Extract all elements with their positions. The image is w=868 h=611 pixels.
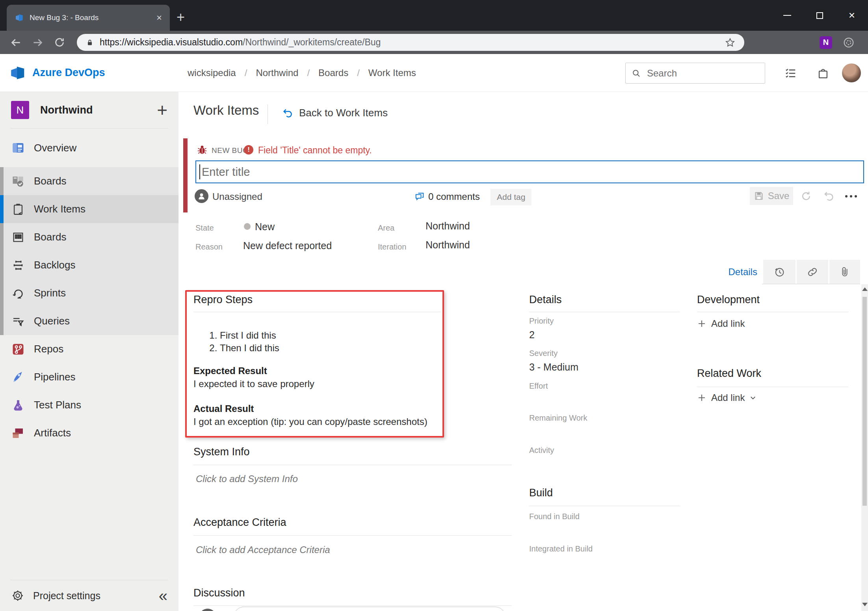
project-switcher[interactable]: N Northwind + [0,92,178,128]
tab-links[interactable] [797,260,829,284]
maximize-button[interactable] [803,0,836,31]
area-label: Area [378,224,394,233]
scrollbar-thumb[interactable] [862,297,867,506]
plus-icon [697,393,706,402]
search-input[interactable] [647,68,745,79]
back-to-work-items-link[interactable]: Back to Work Items [282,107,388,119]
project-sidebar: N Northwind + Overview Boards [0,92,178,611]
breadcrumb-hub[interactable]: Boards [318,67,348,78]
development-add-link-button[interactable]: Add link [697,318,745,329]
acceptance-criteria-placeholder[interactable]: Click to add Acceptance Criteria [196,544,330,555]
more-actions-icon[interactable] [845,195,857,197]
queries-icon [11,314,25,328]
sidebar-item-test-plans[interactable]: Test Plans [0,391,178,419]
sidebar-item-queries[interactable]: Queries [0,307,178,335]
validation-error: Field 'Title' cannot be empty. [258,145,372,156]
refresh-icon[interactable] [800,190,812,202]
marketplace-bag-icon[interactable] [816,67,830,80]
system-info-placeholder[interactable]: Click to add System Info [196,473,298,484]
extension-icon[interactable] [865,37,868,48]
header-divider [268,104,268,124]
add-project-icon[interactable]: + [157,102,167,118]
tab-history[interactable] [763,260,796,284]
sidebar-item-pipelines[interactable]: Pipelines [0,363,178,391]
tab-details[interactable]: Details [723,260,762,284]
discussion-input[interactable] [234,607,506,611]
address-bar[interactable]: https://wicksipedia.visualstudio.com/Nor… [77,34,744,51]
expected-result-label: Expected Result [193,365,267,376]
repro-steps-list[interactable]: First I did this Then I did this [208,329,279,354]
tab-attachments[interactable] [829,260,860,284]
sidebar-item-work-items[interactable]: Work Items [0,195,178,223]
sidebar-item-sprints[interactable]: Sprints [0,279,178,307]
boards-hub-group: Boards Work Items Boards [0,167,178,335]
sidebar-item-boards-hub[interactable]: Boards [0,167,178,195]
state-value[interactable]: New [255,221,275,233]
area-value[interactable]: Northwind [426,220,470,232]
sidebar-item-label: Artifacts [34,427,71,439]
tab-title: New Bug 3: - Boards [30,13,156,22]
reload-button[interactable] [54,37,65,48]
browser-toolbar: https://wicksipedia.visualstudio.com/Nor… [0,31,868,54]
sidebar-item-overview[interactable]: Overview [0,129,178,167]
scroll-down-icon[interactable] [862,603,868,606]
sidebar-item-label: Overview [34,142,76,154]
breadcrumb-org[interactable]: wicksipedia [188,67,236,78]
pipelines-icon [11,370,25,384]
iteration-value[interactable]: Northwind [426,239,470,251]
priority-value[interactable]: 2 [529,329,535,341]
found-in-build-label: Found in Build [529,512,580,521]
scrollbar[interactable] [861,284,868,611]
back-button[interactable] [9,36,22,49]
actual-result-text: I got an exception (tip: you can copy/pa… [193,416,427,427]
extension-icon[interactable] [842,36,855,49]
bookmark-star-icon[interactable] [725,37,736,48]
add-tag-button[interactable]: Add tag [491,189,532,205]
assignee-avatar-icon[interactable] [195,189,208,203]
onenote-extension-icon[interactable]: N [820,36,832,49]
save-button[interactable]: Save [750,187,793,205]
test-plans-icon [11,398,25,412]
breadcrumb-page[interactable]: Work Items [368,67,416,78]
search-box[interactable] [625,63,765,84]
related-work-add-link-button[interactable]: Add link [697,392,756,403]
section-divider [193,312,441,312]
paperclip-icon [839,266,851,278]
sidebar-item-boards[interactable]: Boards [0,223,178,251]
project-settings-button[interactable]: Project settings « [0,580,178,611]
section-divider [193,605,512,606]
my-work-items-icon[interactable] [784,67,797,80]
sidebar-item-backlogs[interactable]: Backlogs [0,251,178,279]
close-button[interactable]: × [836,0,868,31]
boards-hub-icon [11,174,25,188]
sidebar-item-repos[interactable]: Repos [0,335,178,363]
undo-icon[interactable] [823,190,835,202]
forward-button[interactable] [32,36,44,49]
sidebar-item-artifacts[interactable]: Artifacts [0,419,178,447]
title-input[interactable] [195,160,864,183]
project-avatar: N [11,101,29,119]
collapse-sidebar-icon[interactable]: « [159,588,167,604]
chevron-down-icon [749,394,756,401]
work-item-tabs: Details [723,260,860,284]
project-settings-label: Project settings [33,590,159,602]
azure-devops-logo[interactable]: Azure DevOps [9,65,105,81]
sidebar-item-label: Work Items [34,203,85,215]
boards-icon [11,230,25,244]
breadcrumb-project[interactable]: Northwind [256,67,298,78]
development-title: Development [697,294,760,306]
browser-tab[interactable]: New Bug 3: - Boards × [7,5,170,31]
related-work-title: Related Work [697,367,761,380]
minimize-button[interactable] [771,0,803,31]
severity-value[interactable]: 3 - Medium [529,361,578,373]
new-tab-button[interactable]: + [177,10,185,24]
gear-icon [11,589,24,602]
comments-count[interactable]: 0 comments [428,191,480,202]
scroll-up-icon[interactable] [862,287,868,291]
reason-value[interactable]: New defect reported [243,240,332,251]
user-avatar[interactable] [842,63,861,82]
brand-name[interactable]: Azure DevOps [32,67,105,79]
breadcrumb-separator: / [307,67,310,78]
assignee-field[interactable]: Unassigned [212,191,262,202]
tab-close-icon[interactable]: × [156,13,162,22]
